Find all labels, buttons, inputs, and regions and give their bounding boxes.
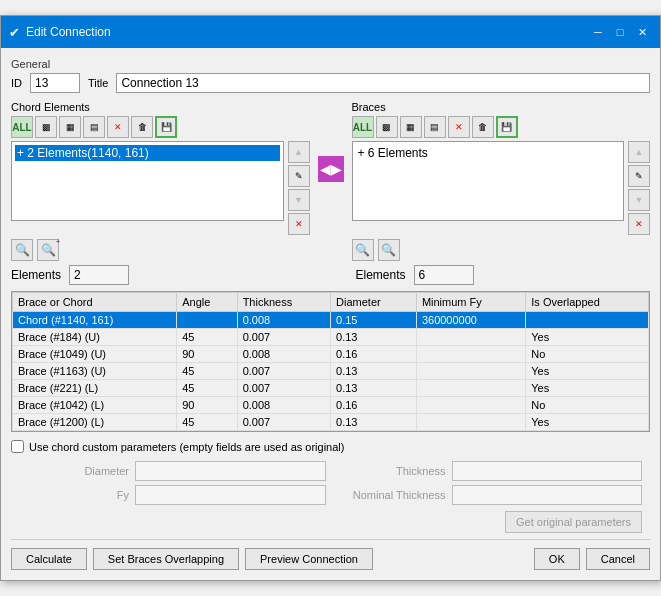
fy-label: Fy [19, 489, 129, 501]
braces-save-button[interactable]: 💾 [496, 116, 518, 138]
chord-delete-button[interactable]: 🗑 [131, 116, 153, 138]
chord-elements-label: Chord Elements [11, 101, 310, 113]
chord-down-button[interactable]: ▼ [288, 189, 310, 211]
get-original-button[interactable]: Get original parameters [505, 511, 642, 533]
chord-save-button[interactable]: 💾 [155, 116, 177, 138]
chord-edit-button[interactable]: ✎ [288, 165, 310, 187]
id-input[interactable] [30, 73, 80, 93]
id-label: ID [11, 77, 22, 89]
col-header-min-fy: Minimum Fy [416, 293, 525, 312]
chord-all-button[interactable]: ALL [11, 116, 33, 138]
braces-all-button[interactable]: ALL [352, 116, 374, 138]
set-braces-button[interactable]: Set Braces Overlapping [93, 548, 239, 570]
thickness-label: Thickness [336, 465, 446, 477]
custom-params-label: Use chord custom parameters (empty field… [29, 441, 344, 453]
col-header-thickness: Thickness [237, 293, 330, 312]
fy-input[interactable] [135, 485, 326, 505]
chord-select4-button[interactable]: ✕ [107, 116, 129, 138]
chord-list-item[interactable]: + 2 Elements(1140, 161) [15, 145, 280, 161]
chord-remove-button[interactable]: ✕ [288, 213, 310, 235]
diameter-input[interactable] [135, 461, 326, 481]
table-row[interactable]: Brace (#1049) (U)900.0080.16No [13, 346, 649, 363]
chord-select2-button[interactable]: ▦ [59, 116, 81, 138]
braces-remove-button[interactable]: ✕ [628, 213, 650, 235]
title-label: Title [88, 77, 108, 89]
table-row[interactable]: Brace (#1042) (L)900.0080.16No [13, 397, 649, 414]
braces-elements-count-input [414, 265, 474, 285]
braces-select1-button[interactable]: ▩ [376, 116, 398, 138]
nominal-thickness-label: Nominal Thickness [336, 489, 446, 501]
braces-elements-count-label: Elements [356, 268, 406, 282]
ok-button[interactable]: OK [534, 548, 580, 570]
table-row[interactable]: Brace (#184) (U)450.0070.13Yes [13, 329, 649, 346]
diameter-label: Diameter [19, 465, 129, 477]
col-header-angle: Angle [177, 293, 237, 312]
table-row[interactable]: Brace (#1163) (U)450.0070.13Yes [13, 363, 649, 380]
nominal-thickness-input[interactable] [452, 485, 643, 505]
chord-search2-button[interactable]: 🔍+ [37, 239, 59, 261]
table-row[interactable]: Brace (#1200) (L)450.0070.13Yes [13, 414, 649, 431]
braces-search2-button[interactable]: 🔍 [378, 239, 400, 261]
braces-list-item[interactable]: + 6 Elements [356, 145, 621, 161]
maximize-button[interactable]: □ [610, 22, 630, 42]
transfer-arrow-button[interactable]: ◀▶ [318, 156, 344, 182]
thickness-input[interactable] [452, 461, 643, 481]
custom-params-checkbox[interactable] [11, 440, 24, 453]
braces-edit-button[interactable]: ✎ [628, 165, 650, 187]
chord-search1-button[interactable]: 🔍 [11, 239, 33, 261]
window-title: Edit Connection [26, 25, 111, 39]
window-icon: ✔ [9, 25, 20, 40]
col-header-diameter: Diameter [331, 293, 417, 312]
table-row[interactable]: Brace (#221) (L)450.0070.13Yes [13, 380, 649, 397]
preview-button[interactable]: Preview Connection [245, 548, 373, 570]
close-button[interactable]: ✕ [632, 22, 652, 42]
calculate-button[interactable]: Calculate [11, 548, 87, 570]
braces-select4-button[interactable]: ✕ [448, 116, 470, 138]
chord-up-button[interactable]: ▲ [288, 141, 310, 163]
braces-select2-button[interactable]: ▦ [400, 116, 422, 138]
minimize-button[interactable]: ─ [588, 22, 608, 42]
chord-select1-button[interactable]: ▩ [35, 116, 57, 138]
table-row[interactable]: Chord (#1140, 161)0.0080.15360000000 [13, 312, 649, 329]
col-header-overlapped: Is Overlapped [526, 293, 649, 312]
title-input[interactable] [116, 73, 650, 93]
braces-up-button[interactable]: ▲ [628, 141, 650, 163]
braces-label: Braces [352, 101, 651, 113]
braces-delete-button[interactable]: 🗑 [472, 116, 494, 138]
chord-elements-count-label: Elements [11, 268, 61, 282]
chord-elements-count-input [69, 265, 129, 285]
chord-select3-button[interactable]: ▤ [83, 116, 105, 138]
col-header-name: Brace or Chord [13, 293, 177, 312]
braces-search1-button[interactable]: 🔍 [352, 239, 374, 261]
general-label: General [11, 58, 650, 70]
braces-select3-button[interactable]: ▤ [424, 116, 446, 138]
braces-down-button[interactable]: ▼ [628, 189, 650, 211]
cancel-button[interactable]: Cancel [586, 548, 650, 570]
